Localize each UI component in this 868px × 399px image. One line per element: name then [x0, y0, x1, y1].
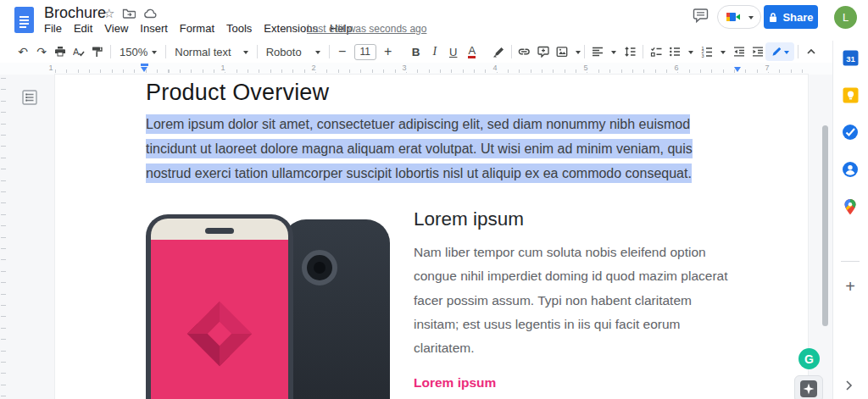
- menu-file[interactable]: File: [38, 20, 68, 36]
- editing-mode-button[interactable]: [765, 42, 794, 61]
- contacts-icon[interactable]: [842, 161, 859, 178]
- ruler-number: 7: [763, 64, 771, 72]
- toolbar-main: ↶ ↷ A 150% Normal text Roboto: [14, 41, 793, 63]
- svg-text:3: 3: [701, 53, 704, 58]
- redo-icon[interactable]: ↷: [33, 43, 50, 60]
- align-caret[interactable]: [611, 51, 616, 57]
- header: Brochure ☆ File Edit View Insert Format …: [0, 0, 868, 41]
- meet-button[interactable]: [717, 5, 761, 29]
- ruler-number: 5: [581, 64, 589, 72]
- doc-section-heading[interactable]: Lorem ipsum: [414, 208, 524, 230]
- line-spacing-icon[interactable]: [621, 43, 638, 60]
- phone-screen: [151, 240, 288, 399]
- font-select[interactable]: Roboto: [261, 46, 326, 58]
- side-panel-divider: [841, 261, 860, 262]
- doc-pink-subheading[interactable]: Lorem ipsum: [414, 375, 496, 391]
- menu-format[interactable]: Format: [174, 20, 220, 36]
- decrease-font-size-icon[interactable]: −: [334, 43, 351, 60]
- phone-speaker: [205, 228, 234, 234]
- docs-logo-icon[interactable]: [14, 7, 34, 33]
- decrease-indent-icon[interactable]: [731, 43, 748, 60]
- ruler-number: 1: [219, 64, 226, 72]
- insert-image-icon[interactable]: [554, 43, 570, 60]
- share-label: Share: [782, 11, 813, 24]
- menu-view[interactable]: View: [98, 20, 134, 36]
- get-addons-icon[interactable]: +: [842, 278, 859, 295]
- bulleted-list-caret[interactable]: [688, 51, 693, 57]
- add-comment-icon[interactable]: [535, 43, 552, 60]
- numbered-list-icon[interactable]: 123: [698, 43, 715, 60]
- hide-menus-chevron-icon[interactable]: [803, 43, 820, 60]
- lock-icon: [768, 12, 778, 23]
- hide-side-panel-chevron-icon[interactable]: [844, 380, 854, 391]
- editing-mode-pencil-icon: [771, 47, 782, 57]
- doc-selected-paragraph[interactable]: Lorem ipsum dolor sit amet, consectetuer…: [146, 112, 726, 186]
- zoom-select[interactable]: 150%: [114, 46, 162, 58]
- insert-link-icon[interactable]: [516, 43, 533, 60]
- open-comment-history-icon[interactable]: [693, 8, 710, 24]
- first-line-indent-marker[interactable]: [141, 64, 148, 66]
- numbered-list-caret[interactable]: [721, 51, 726, 57]
- document-page[interactable]: Product Overview Lorem ipsum dolor sit a…: [55, 75, 808, 399]
- google-docs-app: Brochure ☆ File Edit View Insert Format …: [0, 0, 868, 399]
- align-icon[interactable]: [589, 43, 606, 60]
- text-color-icon[interactable]: A: [464, 43, 481, 60]
- phone-camera: [302, 250, 337, 285]
- vertical-scrollbar[interactable]: [822, 125, 828, 326]
- paragraph-style-select[interactable]: Normal text: [170, 46, 253, 58]
- undo-icon[interactable]: ↶: [14, 43, 31, 60]
- doc-section-body[interactable]: Nam liber tempor cum soluta nobis eleife…: [414, 241, 737, 360]
- increase-indent-icon[interactable]: [749, 43, 766, 60]
- explore-star-icon: [800, 380, 817, 397]
- zoom-value: 150%: [120, 46, 147, 58]
- document-outline-icon[interactable]: [21, 89, 38, 106]
- doc-heading[interactable]: Product Overview: [146, 80, 329, 106]
- vertical-ruler: [1, 78, 6, 399]
- document-title[interactable]: Brochure: [44, 4, 106, 22]
- meet-icon: [726, 11, 741, 23]
- bold-icon[interactable]: B: [408, 43, 425, 60]
- print-icon[interactable]: [52, 43, 69, 60]
- underline-icon[interactable]: U: [445, 43, 462, 60]
- ruler-number: 1: [47, 64, 54, 72]
- grammarly-letter: G: [804, 352, 814, 366]
- bulleted-list-icon[interactable]: [666, 43, 683, 60]
- font-value: Roboto: [266, 46, 302, 58]
- paragraph-style-value: Normal text: [175, 46, 231, 58]
- last-edit-status[interactable]: Last edit was seconds ago: [307, 23, 426, 35]
- highlight-color-icon[interactable]: [490, 43, 507, 60]
- menu-tools[interactable]: Tools: [220, 20, 258, 36]
- paint-format-icon[interactable]: [89, 43, 106, 60]
- text-selection: Lorem ipsum dolor sit amet, consectetuer…: [146, 114, 693, 183]
- ruler-number: 4: [491, 64, 498, 72]
- phone-bezel: [151, 219, 288, 240]
- ruler-number: 6: [672, 64, 680, 72]
- italic-icon[interactable]: I: [426, 43, 443, 60]
- toolbar-right: [765, 41, 821, 63]
- maps-icon[interactable]: [842, 198, 859, 215]
- increase-font-size-icon[interactable]: +: [380, 43, 397, 60]
- star-icon[interactable]: ☆: [103, 6, 114, 21]
- account-avatar[interactable]: L: [834, 6, 857, 29]
- insert-image-caret[interactable]: [576, 51, 581, 57]
- grammarly-icon[interactable]: G: [798, 348, 820, 369]
- svg-text:A: A: [73, 47, 80, 57]
- horizontal-ruler[interactable]: 1 1 2 3 4 5 6 7: [0, 63, 868, 75]
- move-folder-icon[interactable]: [122, 8, 136, 19]
- font-size-input[interactable]: 11: [354, 44, 376, 60]
- keep-icon[interactable]: [842, 86, 859, 103]
- phone-illustration[interactable]: [146, 213, 392, 399]
- diamond-logo: [187, 302, 252, 366]
- calendar-icon[interactable]: 31: [842, 49, 859, 66]
- share-button[interactable]: Share: [764, 5, 818, 29]
- menu-edit[interactable]: Edit: [68, 20, 98, 36]
- ruler-number: 3: [400, 64, 408, 72]
- spelling-check-icon[interactable]: A: [70, 43, 87, 60]
- explore-button[interactable]: [794, 375, 823, 399]
- tasks-icon[interactable]: [842, 124, 859, 141]
- phone-back-image: [282, 219, 390, 399]
- menu-insert[interactable]: Insert: [134, 20, 174, 36]
- checklist-icon[interactable]: [648, 43, 665, 60]
- cloud-saved-icon[interactable]: [143, 8, 158, 19]
- toolbar: ↶ ↷ A 150% Normal text Roboto: [0, 41, 868, 64]
